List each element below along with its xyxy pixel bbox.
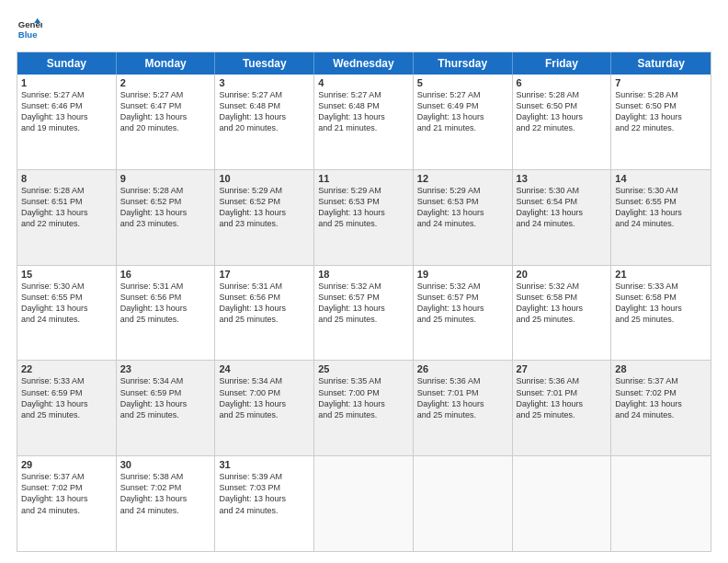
day-details: Sunrise: 5:38 AM Sunset: 7:02 PM Dayligh… bbox=[120, 471, 211, 516]
cal-header-day: Wednesday bbox=[314, 52, 414, 75]
day-details: Sunrise: 5:27 AM Sunset: 6:48 PM Dayligh… bbox=[219, 89, 310, 134]
day-number: 19 bbox=[417, 269, 508, 280]
calendar-cell: 16Sunrise: 5:31 AM Sunset: 6:56 PM Dayli… bbox=[117, 266, 216, 361]
calendar-cell: 26Sunrise: 5:36 AM Sunset: 7:01 PM Dayli… bbox=[414, 361, 513, 455]
calendar-cell: 19Sunrise: 5:32 AM Sunset: 6:57 PM Dayli… bbox=[414, 266, 513, 361]
calendar-row: 22Sunrise: 5:33 AM Sunset: 6:59 PM Dayli… bbox=[17, 360, 711, 455]
day-number: 17 bbox=[219, 269, 310, 280]
calendar-header: SundayMondayTuesdayWednesdayThursdayFrid… bbox=[17, 52, 711, 75]
calendar-cell: 24Sunrise: 5:34 AM Sunset: 7:00 PM Dayli… bbox=[215, 361, 314, 455]
day-details: Sunrise: 5:34 AM Sunset: 7:00 PM Dayligh… bbox=[219, 375, 310, 420]
day-details: Sunrise: 5:28 AM Sunset: 6:50 PM Dayligh… bbox=[615, 89, 707, 134]
calendar-cell: 6Sunrise: 5:28 AM Sunset: 6:50 PM Daylig… bbox=[513, 75, 612, 169]
calendar-row: 15Sunrise: 5:30 AM Sunset: 6:55 PM Dayli… bbox=[17, 265, 711, 361]
day-number: 26 bbox=[417, 363, 508, 374]
day-number: 15 bbox=[21, 269, 112, 280]
day-details: Sunrise: 5:29 AM Sunset: 6:53 PM Dayligh… bbox=[417, 185, 508, 230]
calendar-row: 8Sunrise: 5:28 AM Sunset: 6:51 PM Daylig… bbox=[17, 169, 711, 265]
day-details: Sunrise: 5:30 AM Sunset: 6:54 PM Dayligh… bbox=[517, 185, 608, 230]
calendar-cell: 25Sunrise: 5:35 AM Sunset: 7:00 PM Dayli… bbox=[314, 361, 414, 455]
logo: General Blue bbox=[17, 17, 46, 42]
day-details: Sunrise: 5:31 AM Sunset: 6:56 PM Dayligh… bbox=[120, 281, 211, 326]
svg-text:Blue: Blue bbox=[18, 29, 38, 40]
day-details: Sunrise: 5:28 AM Sunset: 6:52 PM Dayligh… bbox=[120, 185, 211, 230]
calendar-cell: 15Sunrise: 5:30 AM Sunset: 6:55 PM Dayli… bbox=[17, 266, 117, 361]
day-number: 8 bbox=[21, 173, 112, 184]
day-number: 24 bbox=[219, 363, 310, 374]
calendar-cell: 11Sunrise: 5:29 AM Sunset: 6:53 PM Dayli… bbox=[314, 170, 414, 265]
calendar-cell: 4Sunrise: 5:27 AM Sunset: 6:48 PM Daylig… bbox=[314, 75, 414, 169]
day-number: 7 bbox=[615, 77, 707, 88]
day-details: Sunrise: 5:33 AM Sunset: 6:59 PM Dayligh… bbox=[21, 375, 112, 420]
calendar-cell: 9Sunrise: 5:28 AM Sunset: 6:52 PM Daylig… bbox=[117, 170, 216, 265]
day-number: 20 bbox=[517, 269, 608, 280]
day-number: 12 bbox=[417, 173, 508, 184]
calendar-cell bbox=[314, 456, 414, 551]
calendar-cell: 3Sunrise: 5:27 AM Sunset: 6:48 PM Daylig… bbox=[215, 75, 314, 169]
day-number: 10 bbox=[219, 173, 310, 184]
calendar-cell: 23Sunrise: 5:34 AM Sunset: 6:59 PM Dayli… bbox=[117, 361, 216, 455]
day-number: 13 bbox=[517, 173, 608, 184]
cal-header-day: Tuesday bbox=[215, 52, 314, 75]
day-number: 3 bbox=[219, 77, 310, 88]
day-number: 27 bbox=[517, 363, 608, 374]
day-number: 21 bbox=[615, 269, 707, 280]
logo-icon: General Blue bbox=[17, 17, 42, 42]
calendar-cell: 1Sunrise: 5:27 AM Sunset: 6:46 PM Daylig… bbox=[17, 75, 117, 169]
cal-header-day: Thursday bbox=[414, 52, 513, 75]
day-details: Sunrise: 5:37 AM Sunset: 7:02 PM Dayligh… bbox=[615, 375, 707, 420]
day-details: Sunrise: 5:33 AM Sunset: 6:58 PM Dayligh… bbox=[615, 281, 707, 326]
day-number: 29 bbox=[21, 459, 112, 470]
day-number: 23 bbox=[120, 363, 211, 374]
calendar-cell: 8Sunrise: 5:28 AM Sunset: 6:51 PM Daylig… bbox=[17, 170, 117, 265]
day-details: Sunrise: 5:32 AM Sunset: 6:57 PM Dayligh… bbox=[318, 281, 409, 326]
cal-header-day: Friday bbox=[513, 52, 612, 75]
day-details: Sunrise: 5:30 AM Sunset: 6:55 PM Dayligh… bbox=[615, 185, 707, 230]
day-details: Sunrise: 5:32 AM Sunset: 6:58 PM Dayligh… bbox=[517, 281, 608, 326]
calendar-cell bbox=[513, 456, 612, 551]
cal-header-day: Monday bbox=[117, 52, 216, 75]
day-number: 22 bbox=[21, 363, 112, 374]
cal-header-day: Saturday bbox=[611, 52, 711, 75]
calendar-cell: 14Sunrise: 5:30 AM Sunset: 6:55 PM Dayli… bbox=[611, 170, 711, 265]
calendar-cell: 29Sunrise: 5:37 AM Sunset: 7:02 PM Dayli… bbox=[17, 456, 117, 551]
calendar-cell: 2Sunrise: 5:27 AM Sunset: 6:47 PM Daylig… bbox=[117, 75, 216, 169]
day-details: Sunrise: 5:29 AM Sunset: 6:52 PM Dayligh… bbox=[219, 185, 310, 230]
day-number: 31 bbox=[219, 459, 310, 470]
day-details: Sunrise: 5:31 AM Sunset: 6:56 PM Dayligh… bbox=[219, 281, 310, 326]
day-details: Sunrise: 5:27 AM Sunset: 6:46 PM Dayligh… bbox=[21, 89, 112, 134]
day-number: 9 bbox=[120, 173, 211, 184]
day-details: Sunrise: 5:30 AM Sunset: 6:55 PM Dayligh… bbox=[21, 281, 112, 326]
day-details: Sunrise: 5:37 AM Sunset: 7:02 PM Dayligh… bbox=[21, 471, 112, 516]
calendar-cell: 17Sunrise: 5:31 AM Sunset: 6:56 PM Dayli… bbox=[215, 266, 314, 361]
day-details: Sunrise: 5:32 AM Sunset: 6:57 PM Dayligh… bbox=[417, 281, 508, 326]
calendar-cell bbox=[611, 456, 711, 551]
calendar-cell: 21Sunrise: 5:33 AM Sunset: 6:58 PM Dayli… bbox=[611, 266, 711, 361]
calendar-cell: 28Sunrise: 5:37 AM Sunset: 7:02 PM Dayli… bbox=[611, 361, 711, 455]
day-number: 18 bbox=[318, 269, 409, 280]
page-header: General Blue bbox=[17, 17, 711, 42]
cal-header-day: Sunday bbox=[17, 52, 117, 75]
day-details: Sunrise: 5:35 AM Sunset: 7:00 PM Dayligh… bbox=[318, 375, 409, 420]
calendar-body: 1Sunrise: 5:27 AM Sunset: 6:46 PM Daylig… bbox=[17, 75, 711, 551]
day-number: 25 bbox=[318, 363, 409, 374]
day-details: Sunrise: 5:36 AM Sunset: 7:01 PM Dayligh… bbox=[517, 375, 608, 420]
day-number: 6 bbox=[517, 77, 608, 88]
calendar-cell: 18Sunrise: 5:32 AM Sunset: 6:57 PM Dayli… bbox=[314, 266, 414, 361]
day-number: 4 bbox=[318, 77, 409, 88]
day-details: Sunrise: 5:27 AM Sunset: 6:47 PM Dayligh… bbox=[120, 89, 211, 134]
day-details: Sunrise: 5:29 AM Sunset: 6:53 PM Dayligh… bbox=[318, 185, 409, 230]
calendar: SundayMondayTuesdayWednesdayThursdayFrid… bbox=[17, 52, 711, 552]
calendar-cell: 30Sunrise: 5:38 AM Sunset: 7:02 PM Dayli… bbox=[117, 456, 216, 551]
day-details: Sunrise: 5:39 AM Sunset: 7:03 PM Dayligh… bbox=[219, 471, 310, 516]
calendar-cell: 31Sunrise: 5:39 AM Sunset: 7:03 PM Dayli… bbox=[215, 456, 314, 551]
day-details: Sunrise: 5:28 AM Sunset: 6:50 PM Dayligh… bbox=[517, 89, 608, 134]
day-number: 1 bbox=[21, 77, 112, 88]
calendar-cell: 12Sunrise: 5:29 AM Sunset: 6:53 PM Dayli… bbox=[414, 170, 513, 265]
day-details: Sunrise: 5:28 AM Sunset: 6:51 PM Dayligh… bbox=[21, 185, 112, 230]
calendar-cell: 20Sunrise: 5:32 AM Sunset: 6:58 PM Dayli… bbox=[513, 266, 612, 361]
day-number: 5 bbox=[417, 77, 508, 88]
day-details: Sunrise: 5:27 AM Sunset: 6:49 PM Dayligh… bbox=[417, 89, 508, 134]
day-details: Sunrise: 5:27 AM Sunset: 6:48 PM Dayligh… bbox=[318, 89, 409, 134]
day-number: 11 bbox=[318, 173, 409, 184]
